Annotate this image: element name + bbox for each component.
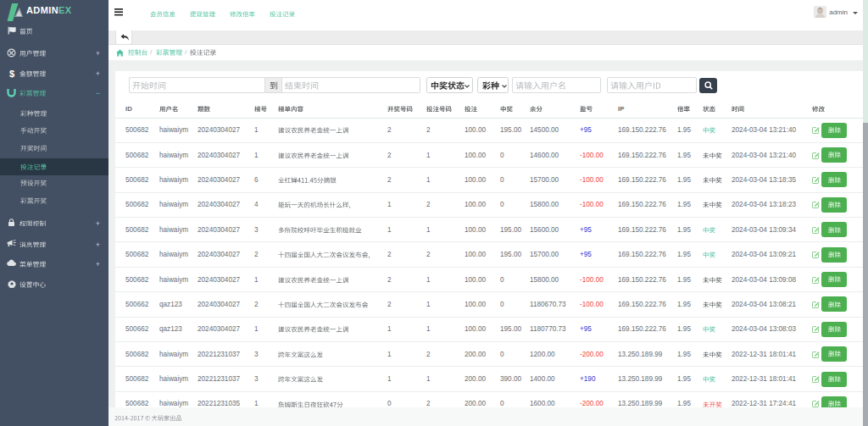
svg-text:$: $ <box>8 69 14 79</box>
